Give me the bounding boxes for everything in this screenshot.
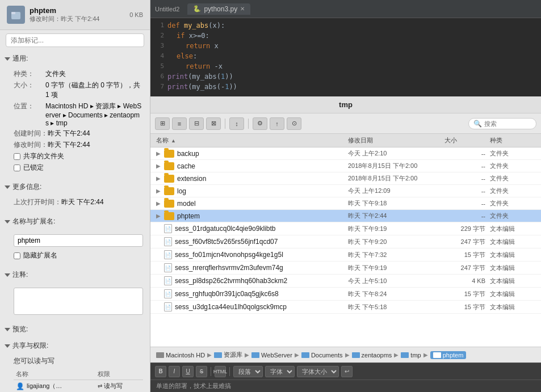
file-type-cell: 文件夹 xyxy=(490,174,535,183)
python-tab[interactable]: 🐍 python3.py ✕ xyxy=(187,3,250,15)
table-row[interactable]: ▶ cache 2018年8月15日 下午2:00 -- 文件夹 xyxy=(150,160,541,172)
expand-btn[interactable]: ▶ xyxy=(156,200,164,206)
breadcrumb-item[interactable]: Documents xyxy=(301,352,343,359)
sort-arrow: ▲ xyxy=(171,138,176,144)
file-date-cell: 今天 上午5:10 xyxy=(348,277,444,285)
hide-ext-checkbox[interactable] xyxy=(14,252,20,259)
breadcrumb-item[interactable]: WebServer xyxy=(251,352,292,359)
search-input[interactable] xyxy=(484,120,530,127)
table-row[interactable]: ▶ model 昨天 下午9:18 -- 文件夹 xyxy=(150,197,541,210)
tag-btn[interactable]: ⊙ xyxy=(287,117,301,130)
breadcrumb-label: tmp xyxy=(410,352,421,359)
file-type-cell: 文件夹 xyxy=(490,199,535,208)
folder-icon xyxy=(164,212,174,220)
section-name-ext[interactable]: 名称与扩展名: xyxy=(0,213,150,230)
add-tag-input[interactable] xyxy=(6,33,144,47)
editor-divider2 xyxy=(229,367,230,376)
file-type-cell: 文本编辑 xyxy=(490,290,535,298)
comments-content xyxy=(0,283,150,321)
code-lines: def my_abs(x): if x>=0: return x else: r… xyxy=(167,18,541,96)
file-info: phptem 修改时间：昨天 下午2:44 xyxy=(30,6,125,23)
shared-folder-row: 共享的文件夹 xyxy=(14,151,143,161)
code-editor: Untitled2 🐍 python3.py ✕ 1234567 def my_… xyxy=(150,0,541,96)
section-more-info[interactable]: 更多信息: xyxy=(0,179,150,195)
svg-rect-1 xyxy=(11,12,15,14)
share-btn[interactable]: ↑ xyxy=(270,117,284,130)
font-select[interactable]: 字体 xyxy=(265,366,295,377)
file-date-cell: 昨天 下午8:24 xyxy=(348,290,444,298)
expand-btn[interactable]: ▶ xyxy=(156,213,164,219)
col-view-btn[interactable]: ⊟ xyxy=(189,117,204,130)
breadcrumb-sep: ▶ xyxy=(245,352,249,358)
comments-textarea[interactable] xyxy=(14,288,143,315)
col-header-name: 名称 xyxy=(14,369,95,380)
file-size-cell: -- xyxy=(444,163,490,170)
table-row[interactable]: 📄 sess_01rdgatucq0lc4qie9o9klibtb 昨天 下午9… xyxy=(150,222,541,235)
table-row[interactable]: ▶ extension 2018年8月15日 下午2:00 -- 文件夹 xyxy=(150,172,541,185)
right-panel: Untitled2 🐍 python3.py ✕ 1234567 def my_… xyxy=(150,0,541,392)
breadcrumb-label: WebServer xyxy=(261,352,292,359)
table-row[interactable]: 📄 sess_fo01mjcn4tvonohpsg4kge1g5l 昨天 下午7… xyxy=(150,248,541,262)
breadcrumb-item[interactable]: phptem xyxy=(430,351,467,359)
tab-close-button[interactable]: ✕ xyxy=(240,6,245,12)
table-row[interactable]: 📄 sess_f60vf8tc5v265rs56jnf1qcd07 昨天 下午9… xyxy=(150,235,541,248)
python-tab-name: python3.py xyxy=(204,5,237,13)
italic-btn[interactable]: I xyxy=(169,366,180,377)
table-row[interactable]: 📄 sess_u3dg1ca44eu1lh0qolgsck9mcp 昨天 下午5… xyxy=(150,301,541,314)
share-row: 👤 ligajiang（… ⇄ 读与写 xyxy=(14,380,143,393)
table-row[interactable]: ▶ log 今天 上午12:09 -- 文件夹 xyxy=(150,185,541,197)
folder-icon xyxy=(164,150,174,158)
expand-btn[interactable]: ▶ xyxy=(156,175,164,182)
expand-btn[interactable]: ▶ xyxy=(156,163,164,169)
font-size-select[interactable]: 字体大小 xyxy=(297,366,339,377)
file-date-cell: 2018年8月15日 下午2:00 xyxy=(348,162,444,170)
breadcrumb-item[interactable]: zentaopms xyxy=(352,352,392,359)
html-btn[interactable]: HTML xyxy=(215,366,226,377)
action-btn[interactable]: ⚙ xyxy=(253,117,267,130)
table-row[interactable]: 📄 sess_rghfuqb0rr391jc0aq5gjkc6s8 昨天 下午8… xyxy=(150,288,541,301)
undo-btn[interactable]: ↩ xyxy=(341,366,353,377)
table-row[interactable]: 📄 sess_pl8dsp26c2tvrmhq60hab3ckm2 今天 上午5… xyxy=(150,275,541,288)
paragraph-select[interactable]: 段落 xyxy=(233,366,263,377)
editor-top-bar: Untitled2 🐍 python3.py ✕ xyxy=(150,0,541,18)
expand-btn[interactable]: ▶ xyxy=(156,150,164,157)
sharing-subtitle: 您可以读与写 xyxy=(14,356,143,366)
section-general[interactable]: 通用: xyxy=(0,50,150,67)
locked-checkbox[interactable] xyxy=(14,165,20,171)
untitled-tab[interactable]: Untitled2 xyxy=(155,6,179,12)
file-type-cell: 文件夹 xyxy=(490,212,535,220)
breadcrumb-item[interactable]: tmp xyxy=(401,352,421,359)
fm-search[interactable]: 🔍 xyxy=(468,118,536,129)
underline-btn[interactable]: U xyxy=(182,366,194,377)
arrange-btn[interactable]: ↕ xyxy=(229,117,244,130)
section-sharing[interactable]: 共享与权限: xyxy=(0,338,150,354)
breadcrumb-folder-icon xyxy=(251,352,259,358)
section-comments[interactable]: 注释: xyxy=(0,267,150,283)
cover-view-btn[interactable]: ⊠ xyxy=(206,117,221,130)
user-icon: 👤 xyxy=(16,382,24,390)
file-name-cell: sess_f60vf8tc5v265rs56jnf1qcd07 xyxy=(175,238,348,246)
breadcrumb-sep: ▶ xyxy=(207,352,212,358)
file-size-cell: -- xyxy=(444,175,490,182)
section-preview[interactable]: 预览: xyxy=(0,321,150,338)
file-doc-icon: 📄 xyxy=(164,276,172,285)
list-view-btn[interactable]: ≡ xyxy=(172,117,187,130)
file-header: phptem 修改时间：昨天 下午2:44 0 KB xyxy=(0,0,150,30)
fm-file-list: ▶ backup 今天 上午2:10 -- 文件夹 ▶ cache 2018年8… xyxy=(150,147,541,347)
breadcrumb-item[interactable]: 资源库 xyxy=(214,351,242,359)
breadcrumb-sep: ▶ xyxy=(423,352,428,358)
file-doc-icon: 📄 xyxy=(164,289,172,298)
share-permission: ⇄ 读与写 xyxy=(95,380,143,393)
bold-btn[interactable]: B xyxy=(155,366,166,377)
table-row[interactable]: ▶ backup 今天 上午2:10 -- 文件夹 xyxy=(150,147,541,160)
breadcrumb-item[interactable]: Macintosh HD xyxy=(156,352,205,359)
shared-folder-checkbox[interactable] xyxy=(14,153,20,160)
icon-view-btn[interactable]: ⊞ xyxy=(155,117,170,130)
table-row[interactable]: 📄 sess_nrerqflerhsvrmv2m3ufevm74g 昨天 下午9… xyxy=(150,262,541,275)
strikethrough-btn[interactable]: S̶ xyxy=(196,366,207,377)
table-row[interactable]: ▶ phptem 昨天 下午2:44 -- 文件夹 xyxy=(150,210,541,222)
name-input[interactable] xyxy=(14,234,143,247)
expand-btn[interactable]: ▶ xyxy=(156,188,164,194)
editor-divider xyxy=(211,367,211,376)
breadcrumb-folder-icon xyxy=(433,352,441,358)
